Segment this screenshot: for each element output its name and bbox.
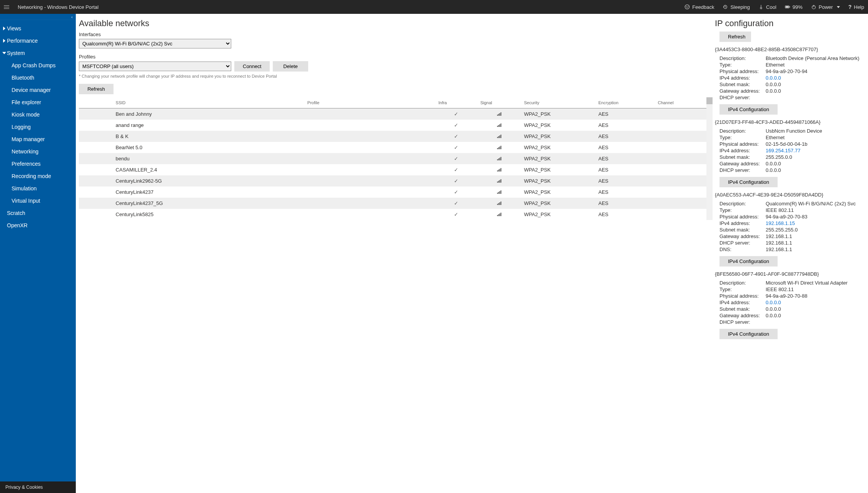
sidebar-item-device-manager[interactable]: Device manager	[3, 84, 76, 96]
property-key: Physical address:	[719, 293, 766, 299]
delete-button[interactable]: Delete	[273, 61, 308, 72]
property-value: 255.255.255.0	[766, 227, 868, 233]
property-key: Type:	[719, 286, 766, 292]
property-value	[766, 319, 868, 325]
ipv4-address-link[interactable]: 0.0.0.0	[766, 75, 868, 81]
check-icon: ✓	[454, 167, 458, 173]
sidebar-item-performance[interactable]: Performance	[3, 35, 76, 47]
sidebar-item-preferences[interactable]: Preferences	[3, 158, 76, 170]
network-row[interactable]: anand range✓WPA2_PSKAES	[79, 120, 707, 131]
network-row[interactable]: B & K✓WPA2_PSKAES	[79, 131, 707, 142]
property-value: 0.0.0.0	[766, 82, 868, 87]
network-row[interactable]: BearNet 5.0✓WPA2_PSKAES	[79, 142, 707, 153]
property-value: 94-9a-a9-20-70-94	[766, 68, 868, 74]
ipv4-configuration-button[interactable]: IPv4 Configuration	[719, 177, 778, 187]
thermal-status[interactable]: Cool	[758, 4, 776, 10]
ipv4-configuration-button[interactable]: IPv4 Configuration	[719, 256, 778, 266]
ipv4-address-link[interactable]: 0.0.0.0	[766, 300, 868, 305]
ipv4-configuration-button[interactable]: IPv4 Configuration	[719, 329, 778, 339]
sidebar-item-virtual-input[interactable]: Virtual Input	[3, 195, 76, 207]
column-header[interactable]: Channel	[655, 97, 707, 108]
check-icon: ✓	[454, 212, 458, 217]
power-label: Power	[819, 4, 833, 10]
column-header[interactable]: Profile	[304, 97, 436, 108]
property-value: 0.0.0.0	[766, 161, 868, 167]
ipv4-address-link[interactable]: 169.254.157.77	[766, 148, 868, 153]
ipv4-configuration-button[interactable]: IPv4 Configuration	[719, 104, 778, 115]
check-icon: ✓	[454, 156, 458, 162]
profiles-select[interactable]: MSFTCORP (all users)	[79, 62, 231, 71]
property-value: 192.168.1.1	[766, 233, 868, 239]
refresh-networks-button[interactable]: Refresh	[79, 84, 114, 94]
network-row[interactable]: Ben and Johnny✓WPA2_PSKAES	[79, 108, 707, 120]
network-row[interactable]: CenturyLink5825✓WPA2_PSKAES	[79, 209, 707, 220]
sleep-status[interactable]: Sleeping	[723, 4, 750, 10]
property-key: DHCP server:	[719, 240, 766, 246]
networks-scrollbar[interactable]	[706, 97, 713, 220]
page-title: Networking - Windows Device Portal	[18, 4, 98, 10]
column-header[interactable]: SSID	[103, 97, 304, 108]
networks-heading: Available networks	[79, 18, 707, 28]
network-row[interactable]: CenturyLink4237_5G✓WPA2_PSKAES	[79, 198, 707, 209]
sidebar-item-simulation[interactable]: Simulation	[3, 182, 76, 195]
network-row[interactable]: bendu✓WPA2_PSKAES	[79, 153, 707, 164]
ipv4-address-link[interactable]: 192.168.1.15	[766, 220, 868, 226]
adapter-properties: Description:UsbNcm Function DeviceType:E…	[719, 128, 868, 173]
triangle-right-icon	[3, 39, 5, 43]
sidebar-item-networking[interactable]: Networking	[3, 145, 76, 158]
hamburger-icon[interactable]	[4, 3, 12, 11]
adapter-guid: {3A4453C3-8800-4BE2-885B-43508C87F707}	[715, 47, 868, 52]
sleep-label: Sleeping	[730, 4, 750, 10]
sidebar-item-file-explorer[interactable]: File explorer	[3, 96, 76, 108]
privacy-link[interactable]: Privacy & Cookies	[0, 481, 76, 493]
sidebar-collapse[interactable]: ‹	[0, 14, 76, 20]
signal-icon	[497, 145, 501, 149]
sidebar-item-views[interactable]: Views	[3, 22, 76, 35]
connect-button[interactable]: Connect	[234, 61, 270, 72]
network-row[interactable]: CASAMILLER_2.4✓WPA2_PSKAES	[79, 164, 707, 175]
feedback-button[interactable]: Feedback	[684, 4, 714, 10]
svg-point-1	[686, 6, 687, 7]
property-key: Description:	[719, 280, 766, 286]
refresh-ipconfig-button[interactable]: Refresh	[719, 32, 751, 42]
power-menu[interactable]: Power	[811, 4, 840, 10]
sidebar-item-logging[interactable]: Logging	[3, 121, 76, 133]
ipconfig-heading: IP configuration	[715, 18, 868, 28]
signal-icon	[497, 212, 501, 216]
sidebar-item-map-manager[interactable]: Map manager	[3, 133, 76, 145]
column-header[interactable]: Encryption	[595, 97, 654, 108]
column-header[interactable]: Signal	[477, 97, 521, 108]
chevron-left-icon: ‹	[71, 15, 73, 19]
property-key: Subnet mask:	[719, 82, 766, 87]
sidebar-item-app-crash-dumps[interactable]: App Crash Dumps	[3, 59, 76, 72]
property-value: 192.168.1.1	[766, 240, 868, 246]
property-key: IPv4 address:	[719, 75, 766, 81]
column-header[interactable]: Infra	[435, 97, 477, 108]
property-value: 94-9a-a9-20-70-88	[766, 293, 868, 299]
column-header[interactable]	[79, 97, 103, 108]
network-row[interactable]: CenturyLink2962-5G✓WPA2_PSKAES	[79, 175, 707, 187]
signal-icon	[497, 201, 501, 205]
sidebar-item-scratch[interactable]: Scratch	[3, 207, 76, 219]
sidebar-item-recording-mode[interactable]: Recording mode	[3, 170, 76, 182]
sidebar-item-kiosk-mode[interactable]: Kiosk mode	[3, 108, 76, 121]
property-key: Type:	[719, 207, 766, 213]
profiles-label: Profiles	[79, 54, 707, 60]
adapter-guid: {BFE56580-06F7-4901-AF0F-9C88777948DB}	[715, 271, 868, 277]
property-key: Physical address:	[719, 214, 766, 220]
network-row[interactable]: CenturyLink4237✓WPA2_PSKAES	[79, 187, 707, 198]
sidebar-item-bluetooth[interactable]: Bluetooth	[3, 72, 76, 84]
battery-status[interactable]: 99%	[785, 4, 803, 10]
sidebar-item-system[interactable]: System	[3, 47, 76, 59]
column-header[interactable]: Security	[521, 97, 595, 108]
help-button[interactable]: ? Help	[848, 4, 864, 10]
interfaces-select[interactable]: Qualcomm(R) Wi-Fi B/G/N/AC (2x2) Svc	[79, 39, 231, 48]
check-icon: ✓	[454, 178, 458, 184]
svg-point-3	[760, 7, 762, 9]
profile-change-hint: * Changing your network profile will cha…	[79, 74, 707, 78]
feedback-label: Feedback	[692, 4, 714, 10]
sidebar-item-openxr[interactable]: OpenXR	[3, 219, 76, 232]
property-key: Gateway address:	[719, 233, 766, 239]
signal-icon	[497, 190, 501, 194]
ip-config-pane: IP configuration Refresh {3A4453C3-8800-…	[714, 14, 868, 489]
